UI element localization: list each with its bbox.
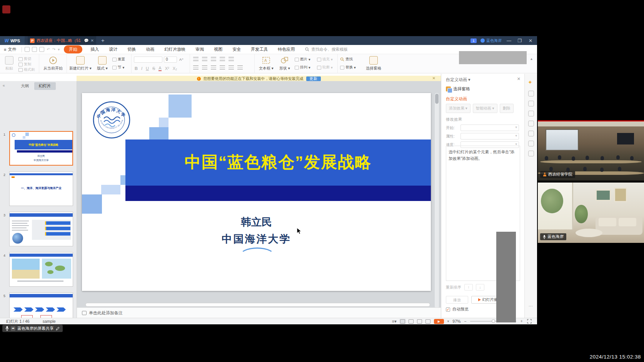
tab-design[interactable]: 设计	[104, 46, 122, 52]
auto-preview-option[interactable]: ✓ 自动预览	[446, 307, 469, 312]
tab-special-apps[interactable]: 特色应用	[273, 46, 300, 52]
new-tab-button[interactable]: ＋	[100, 37, 105, 44]
layers-icon[interactable]	[528, 101, 534, 106]
notification-badge[interactable]: 1	[470, 38, 477, 43]
vertical-scrollbar-thumb[interactable]	[435, 94, 439, 104]
delete-effect-button[interactable]: 删除	[500, 104, 514, 113]
strikethrough-button[interactable]: S	[152, 66, 155, 71]
start-select[interactable]	[460, 125, 519, 131]
bold-button[interactable]: B	[135, 66, 138, 71]
document-tab[interactable]: P 西农讲座：中国...略（51 张） 💬 ✕	[28, 36, 96, 45]
outline-button[interactable]: 轮廓 ▾	[317, 65, 333, 70]
close-button[interactable]: ✕	[527, 38, 534, 43]
slide-thumbnail-2[interactable]: 一、海洋、海洋资源与海洋产业	[9, 171, 73, 206]
properties-icon[interactable]	[528, 91, 534, 96]
minimize-button[interactable]: —	[506, 38, 512, 43]
notes-toggle-icon[interactable]: ≡▾	[392, 319, 397, 324]
tab-close-icon[interactable]: ✕	[91, 38, 94, 43]
pane-close-icon[interactable]: ✕	[517, 76, 521, 81]
tab-transition[interactable]: 切换	[122, 46, 141, 52]
bullets-icon[interactable]	[193, 57, 199, 61]
find-button[interactable]: 查找	[340, 57, 353, 62]
media-icon[interactable]	[528, 121, 534, 126]
zoom-slider-thumb[interactable]	[492, 319, 495, 323]
undo-icon[interactable]: ↶	[47, 47, 50, 51]
decrease-indent-icon[interactable]	[211, 57, 216, 61]
wps-logo[interactable]: W WPS	[0, 36, 25, 45]
print-icon[interactable]	[32, 47, 37, 52]
format-painter-button[interactable]: 格式刷	[18, 67, 35, 72]
justify-icon[interactable]	[220, 65, 225, 70]
restore-button[interactable]: ❐	[516, 38, 523, 43]
favorites-icon[interactable]: ✦	[528, 79, 532, 85]
more-tools-icon[interactable]: ⋯	[529, 304, 533, 309]
fill-button[interactable]: 填充 ▾	[317, 57, 333, 62]
preview-icon[interactable]	[39, 47, 44, 52]
slide-thumbnail-5[interactable]	[9, 292, 73, 318]
tab-devtools[interactable]: 开发工具	[246, 46, 273, 52]
play-button[interactable]: 播放	[446, 296, 468, 304]
tab-outline[interactable]: 大纲	[16, 82, 33, 90]
font-family-input[interactable]	[134, 56, 162, 63]
section-button[interactable]: 节 ▾	[112, 65, 124, 70]
tab-slides[interactable]: 幻灯片	[34, 82, 56, 90]
slide-canvas[interactable]: 中国“蓝色粮仓”发展战略 中国海洋大学 OCEAN UNIVERSITY OF …	[82, 93, 431, 291]
superscript-button[interactable]: X²	[165, 66, 169, 71]
align-left-icon[interactable]	[193, 65, 199, 70]
collapse-ribbon-icon[interactable]: ▴	[531, 56, 532, 61]
slide-thumbnail-1[interactable]: 中国“蓝色粮仓”发展战略 韩立民 中国海洋大学	[9, 131, 73, 166]
normal-view-icon[interactable]	[400, 319, 405, 324]
reset-button[interactable]: 重置	[112, 57, 125, 62]
text-direction-icon[interactable]	[229, 57, 234, 61]
move-down-button[interactable]: ↓	[476, 284, 484, 291]
history-icon[interactable]	[528, 141, 534, 146]
slide-thumbnail-3[interactable]	[9, 212, 73, 246]
line-spacing-icon[interactable]	[229, 65, 234, 70]
zoom-in-icon[interactable]: ＋	[520, 319, 524, 324]
slide-sorter-icon[interactable]	[409, 319, 414, 324]
subscript-button[interactable]: X₂	[173, 66, 177, 71]
slideshow-dropdown-icon[interactable]: ▾	[447, 319, 449, 323]
theme-name[interactable]: sample	[43, 319, 56, 324]
cut-button[interactable]: 剪切	[18, 56, 31, 61]
move-up-button[interactable]: ↑	[464, 284, 473, 291]
new-slide-button[interactable]: 新建幻灯片 ▾	[68, 55, 92, 71]
command-search[interactable]: 查找命令、搜索模板	[305, 47, 348, 52]
increase-indent-icon[interactable]	[220, 57, 225, 61]
paste-button[interactable]: 粘贴	[2, 55, 16, 71]
zoom-level[interactable]: 97%	[452, 319, 460, 324]
smart-animation-button[interactable]: 智能动画 ▾	[473, 104, 497, 113]
align-center-icon[interactable]	[202, 65, 207, 70]
reading-view-icon[interactable]	[417, 319, 422, 324]
account-chip[interactable]: 蓝色海岸	[480, 38, 502, 43]
sound-icon[interactable]	[528, 131, 534, 136]
fit-screen-icon[interactable]	[527, 319, 532, 324]
selection-pane-link[interactable]: 选择窗格	[446, 86, 470, 92]
property-select[interactable]	[460, 133, 519, 139]
selection-pane-button[interactable]: 选择窗格	[362, 55, 385, 71]
slide-thumbnail-4[interactable]	[9, 252, 73, 287]
tab-review[interactable]: 审阅	[190, 46, 209, 52]
tab-insert[interactable]: 插入	[85, 46, 104, 52]
arrange-button[interactable]: 排列 ▾	[295, 65, 310, 70]
font-color-button[interactable]: A	[158, 66, 161, 71]
picture-button[interactable]: 图片 ▾	[295, 57, 310, 62]
zoom-out-icon[interactable]: −	[464, 319, 466, 324]
screen-share-pill[interactable]: ➦ 蓝色海岸的屏幕共享	[2, 325, 63, 332]
pane-title[interactable]: 自定义动画 ▾	[446, 77, 470, 83]
layout-button[interactable]: 版式 ▾	[94, 55, 111, 71]
save-icon[interactable]	[25, 47, 30, 52]
add-effect-button[interactable]: 添加效果 ▾	[446, 104, 470, 113]
update-button[interactable]: 更新	[306, 76, 321, 81]
underline-button[interactable]: U	[146, 66, 149, 71]
video-feed-classroom[interactable]: 西农经管学院	[538, 120, 644, 181]
image-tool-icon[interactable]	[528, 111, 534, 116]
tab-home[interactable]: 开始	[64, 45, 82, 53]
slideshow-button[interactable]: ▶	[434, 319, 444, 324]
horizontal-scrollbar[interactable]	[85, 303, 430, 307]
tab-security[interactable]: 安全	[227, 46, 246, 52]
notice-close-icon[interactable]: ✕	[432, 76, 435, 80]
notes-bar[interactable]: 单击此处添加备注	[77, 307, 441, 318]
tab-animation[interactable]: 动画	[141, 46, 159, 52]
font-size-input[interactable]: 0	[164, 56, 177, 63]
